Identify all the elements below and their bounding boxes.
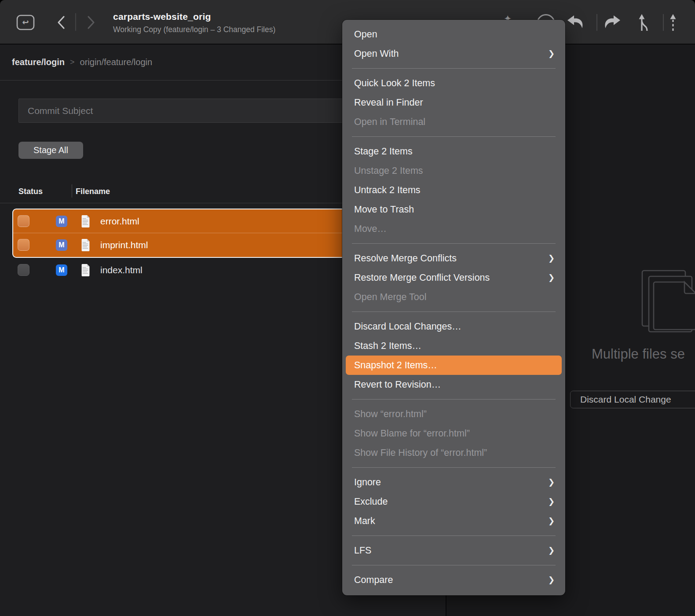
submenu-chevron-icon: ❯ (548, 477, 555, 487)
window-title: carparts-website_orig (113, 11, 275, 22)
document-icon (80, 264, 91, 276)
breadcrumb-local-branch[interactable]: feature/login (12, 57, 65, 67)
context-menu-item[interactable]: Untrack 2 Items ❯ (342, 180, 565, 200)
context-menu-item[interactable]: Discard Local Changes… ❯ (342, 317, 565, 336)
context-menu-item[interactable]: Snapshot 2 Items… ❯ (346, 356, 562, 375)
menu-separator: ❯ (352, 565, 556, 565)
title-block: carparts-website_orig Working Copy (feat… (113, 11, 275, 34)
breadcrumb-remote-branch[interactable]: origin/feature/login (80, 57, 153, 67)
context-menu-item[interactable]: Exclude ❯ (342, 492, 565, 511)
context-menu-item[interactable]: Open With ❯ (342, 44, 565, 63)
context-menu-item[interactable]: Quick Look 2 Items ❯ (342, 73, 565, 93)
context-menu-item-label: Open With (354, 48, 399, 59)
context-menu-item-label: Compare (354, 575, 393, 586)
multiple-files-icon (641, 270, 695, 344)
context-menu-item[interactable]: Move to Trash ❯ (342, 200, 565, 219)
context-menu-item[interactable]: LFS ❯ (342, 541, 565, 560)
context-menu-item-label: Show Blame for “error.html” (354, 428, 470, 439)
context-menu-item[interactable]: Compare ❯ (342, 570, 565, 590)
context-menu-item-label: Discard Local Changes… (354, 321, 461, 332)
column-divider (72, 184, 72, 198)
context-menu-item-label: Restore Merge Conflict Versions (354, 272, 490, 283)
context-menu-item-label: Move to Trash (354, 204, 414, 215)
back-icon[interactable] (55, 15, 67, 30)
context-menu-item[interactable]: Open ❯ (342, 25, 565, 44)
toolbar-divider (663, 14, 664, 31)
context-menu-item[interactable]: Show File History of “error.html” ❯ (342, 443, 565, 462)
stage-checkbox[interactable] (18, 239, 29, 251)
file-name: error.html (100, 216, 139, 227)
context-menu-item[interactable]: Restore Merge Conflict Versions ❯ (342, 268, 565, 287)
context-menu-item[interactable]: Revert to Revision… ❯ (342, 375, 565, 394)
svg-text:↩: ↩ (22, 18, 29, 27)
context-menu-item[interactable]: Reveal in Finder ❯ (342, 93, 565, 112)
merge-branch-icon[interactable] (638, 13, 651, 32)
context-menu-item-label: Stage 2 Items (354, 146, 413, 157)
submenu-chevron-icon: ❯ (548, 575, 555, 585)
context-menu-item-label: Snapshot 2 Items… (354, 360, 437, 371)
context-menu-item-label: Mark (354, 516, 375, 527)
context-menu-item-label: Ignore (354, 477, 381, 488)
menu-separator: ❯ (352, 68, 556, 69)
stage-checkbox[interactable] (18, 264, 29, 276)
file-name: index.html (100, 265, 143, 275)
context-menu-item-label: Open (354, 29, 377, 40)
column-header-status: Status (18, 187, 43, 196)
submenu-chevron-icon: ❯ (548, 516, 555, 526)
status-badge: M (56, 239, 67, 251)
context-menu-item[interactable]: Ignore ❯ (342, 473, 565, 492)
context-menu-item-label: Stash 2 Items… (354, 341, 421, 352)
context-menu: Open ❯ Open With ❯ ❯ Quick Look 2 Items … (342, 20, 565, 595)
status-badge: M (56, 264, 67, 276)
toolbar-divider (75, 13, 76, 31)
context-menu-item[interactable]: Stage 2 Items ❯ (342, 142, 565, 161)
submenu-chevron-icon: ❯ (548, 546, 555, 555)
document-icon (80, 238, 91, 251)
context-menu-item-label: Open Merge Tool (354, 292, 427, 303)
context-menu-item[interactable]: Stash 2 Items… ❯ (342, 336, 565, 356)
column-header-filename: Filename (76, 187, 110, 196)
stash-icon[interactable] (669, 13, 677, 32)
discard-local-changes-button[interactable]: Discard Local Change (570, 391, 695, 408)
context-menu-item-label: LFS (354, 545, 371, 556)
context-menu-item[interactable]: Mark ❯ (342, 511, 565, 531)
window-subtitle: Working Copy (feature/login – 3 Changed … (113, 25, 275, 34)
context-menu-item-label: Unstage 2 Items (354, 165, 423, 176)
forward-icon[interactable] (85, 15, 97, 30)
toolbar-divider (596, 14, 597, 31)
app-window: ↩ carparts-website_orig Working Copy (fe… (0, 0, 695, 616)
context-menu-item[interactable]: Open Merge Tool ❯ (342, 287, 565, 307)
context-menu-item[interactable]: Show Blame for “error.html” ❯ (342, 424, 565, 443)
context-menu-item[interactable]: Resolve Merge Conflicts ❯ (342, 249, 565, 268)
stage-checkbox[interactable] (18, 215, 29, 227)
menu-separator: ❯ (352, 136, 556, 137)
stage-all-button[interactable]: Stage All (18, 142, 83, 159)
context-menu-item-label: Show File History of “error.html” (354, 447, 487, 458)
detail-message: Multiple files se (592, 346, 685, 362)
context-menu-item-label: Show “error.html” (354, 409, 427, 420)
menu-separator: ❯ (352, 399, 556, 400)
context-menu-item-label: Revert to Revision… (354, 379, 441, 390)
context-menu-item[interactable]: Open in Terminal ❯ (342, 112, 565, 132)
menu-separator: ❯ (352, 312, 556, 312)
context-menu-item-label: Open in Terminal (354, 117, 425, 128)
context-menu-item-label: Exclude (354, 496, 388, 507)
breadcrumb-separator-icon: > (70, 58, 75, 67)
submenu-chevron-icon: ❯ (548, 273, 555, 282)
working-copy-icon[interactable]: ↩ (16, 13, 35, 32)
file-name: imprint.html (100, 240, 148, 250)
context-menu-item[interactable]: Unstage 2 Items ❯ (342, 161, 565, 180)
status-badge: M (56, 216, 67, 227)
context-menu-item-label: Quick Look 2 Items (354, 78, 435, 89)
submenu-chevron-icon: ❯ (548, 497, 555, 506)
push-icon[interactable] (601, 14, 621, 32)
submenu-chevron-icon: ❯ (548, 49, 555, 59)
context-menu-item[interactable]: Move… ❯ (342, 219, 565, 238)
pull-icon[interactable] (567, 14, 587, 32)
menu-separator: ❯ (352, 535, 556, 536)
menu-separator: ❯ (352, 243, 556, 244)
submenu-chevron-icon: ❯ (548, 253, 555, 263)
document-icon (80, 215, 91, 227)
context-menu-item[interactable]: Show “error.html” ❯ (342, 404, 565, 424)
context-menu-item-label: Reveal in Finder (354, 97, 423, 108)
